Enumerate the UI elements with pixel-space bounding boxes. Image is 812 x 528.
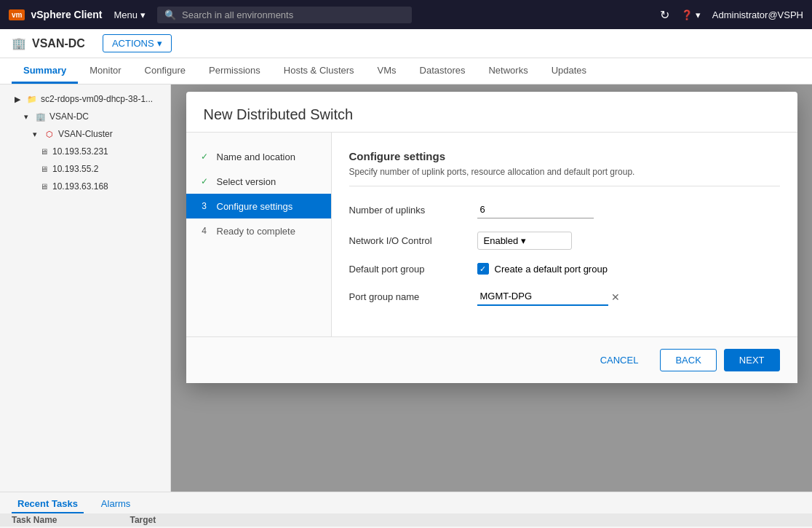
uplinks-input[interactable] (477, 201, 594, 218)
bottom-tab-alarms[interactable]: Alarms (95, 495, 136, 513)
vm-logo: vm (9, 9, 25, 20)
modal-overlay: New Distributed Switch ✓ Name and locati… (171, 84, 812, 492)
wizard-step-1-label: Name and location (217, 151, 295, 162)
main-layout: ▶ 📁 sc2-rdops-vm09-dhcp-38-1... ▾ 🏢 VSAN… (0, 84, 812, 492)
step-number-4: 4 (198, 224, 211, 237)
actions-button[interactable]: ACTIONS ▾ (103, 34, 172, 52)
default-port-label: Default port group (349, 264, 466, 275)
wizard-step-3-label: Configure settings (217, 201, 293, 212)
tab-datastores[interactable]: Datastores (408, 59, 477, 84)
back-button[interactable]: BACK (660, 349, 716, 371)
chevron-down-icon: ▾ (140, 9, 146, 20)
bottom-tabs: Recent Tasks Alarms (0, 492, 812, 513)
host-icon: 🖥 (38, 146, 49, 157)
wizard-step-2-label: Select version (217, 176, 276, 187)
create-default-port-group-row: ✓ Create a default port group (477, 263, 780, 275)
port-group-name-row: Port group name ✕ (349, 288, 780, 306)
datacenter-header: 🏢 VSAN-DC ACTIONS ▾ (0, 29, 812, 58)
network-io-row: Network I/O Control Enabled ▾ (349, 232, 780, 250)
wizard-step-1[interactable]: ✓ Name and location (186, 144, 331, 169)
search-bar[interactable]: 🔍 Search in all environments (157, 7, 412, 23)
host-icon: 🖥 (38, 181, 49, 192)
step-number-3: 3 (198, 200, 211, 213)
wizard-sidebar: ✓ Name and location ✓ Select version 3 C… (186, 133, 332, 336)
host-folder-icon: 📁 (26, 93, 38, 105)
expand-icon: ▾ (20, 111, 32, 122)
tab-hosts-clusters[interactable]: Hosts & Clusters (272, 59, 366, 84)
refresh-icon[interactable]: ↻ (660, 8, 669, 22)
network-io-value: Enabled ▾ (477, 232, 780, 250)
tab-networks[interactable]: Networks (477, 59, 539, 84)
help-button[interactable]: ❓ ▾ (681, 9, 701, 20)
sidebar-item-label: 10.193.53.231 (52, 146, 108, 157)
user-menu[interactable]: Administrator@VSPH (712, 9, 803, 20)
search-icon: 🔍 (164, 9, 176, 20)
menu-button[interactable]: Menu ▾ (114, 9, 146, 20)
uplinks-row: Number of uplinks (349, 201, 780, 218)
chevron-down-icon: ▾ (157, 38, 162, 49)
sidebar-item-label: 10.193.55.2 (52, 164, 98, 174)
create-default-port-checkbox[interactable]: ✓ (477, 263, 489, 275)
sidebar-item-label: sc2-rdops-vm09-dhcp-38-1... (41, 94, 153, 104)
sidebar-item-host3[interactable]: 🖥 10.193.63.168 (0, 178, 170, 195)
tab-configure[interactable]: Configure (133, 59, 197, 84)
sidebar-item-host1[interactable]: 🖥 10.193.53.231 (0, 143, 170, 160)
modal-main: Configure settings Specify number of upl… (332, 133, 797, 336)
create-default-port-label: Create a default port group (495, 264, 608, 275)
sidebar-item-root[interactable]: ▶ 📁 sc2-rdops-vm09-dhcp-38-1... (0, 90, 170, 108)
cancel-button[interactable]: CANCEL (586, 349, 653, 371)
modal-body: ✓ Name and location ✓ Select version 3 C… (186, 133, 797, 336)
uplinks-label: Number of uplinks (349, 205, 466, 216)
sidebar-item-host2[interactable]: 🖥 10.193.55.2 (0, 160, 170, 178)
tab-permissions[interactable]: Permissions (197, 59, 272, 84)
uplinks-value (477, 201, 780, 218)
port-group-input-container: ✕ (477, 288, 780, 306)
chevron-down-icon: ▾ (521, 235, 526, 246)
default-port-value: ✓ Create a default port group (477, 263, 780, 275)
wizard-step-4-label: Ready to complete (217, 226, 295, 237)
collapse-icon: ▶ (12, 93, 23, 105)
wizard-step-2[interactable]: ✓ Select version (186, 169, 331, 194)
port-group-name-input[interactable] (477, 288, 608, 306)
bottom-table-header: Task Name Target (0, 513, 812, 527)
task-name-header: Task Name (12, 515, 57, 525)
host-icon: 🖥 (38, 163, 49, 175)
network-io-dropdown[interactable]: Enabled ▾ (477, 232, 572, 250)
sidebar-item-label: 10.193.63.168 (52, 181, 108, 192)
tab-vms[interactable]: VMs (366, 59, 408, 84)
datacenter-icon: 🏢 (12, 36, 26, 50)
bottom-panel: Recent Tasks Alarms Task Name Target Que… (0, 492, 812, 528)
cluster-icon: ⬡ (44, 128, 55, 140)
target-header: Target (130, 515, 156, 525)
sidebar-item-vsan-cluster[interactable]: ▾ ⬡ VSAN-Cluster (0, 125, 170, 143)
tab-summary[interactable]: Summary (12, 59, 78, 84)
section-title: Configure settings (349, 150, 780, 162)
network-io-label: Network I/O Control (349, 235, 466, 246)
modal-title: New Distributed Switch (204, 106, 780, 123)
datacenter-tree-icon: 🏢 (35, 111, 47, 122)
app-name: vSphere Client (31, 9, 102, 20)
default-port-row: Default port group ✓ Create a default po… (349, 263, 780, 275)
wizard-step-3[interactable]: 3 Configure settings (186, 194, 331, 218)
port-group-name-value: ✕ (477, 288, 780, 306)
bottom-tab-recent-tasks[interactable]: Recent Tasks (12, 495, 84, 513)
tab-monitor[interactable]: Monitor (78, 59, 132, 84)
app-logo: vm vSphere Client (9, 9, 102, 20)
clear-port-group-button[interactable]: ✕ (611, 291, 620, 303)
network-io-selected: Enabled (484, 235, 519, 246)
check-icon-step1: ✓ (198, 150, 211, 163)
tab-updates[interactable]: Updates (540, 59, 598, 84)
content-area: New Distributed Switch ✓ Name and locati… (171, 84, 812, 492)
port-group-name-label: Port group name (349, 291, 466, 302)
next-button[interactable]: NEXT (724, 349, 780, 371)
tab-bar: Summary Monitor Configure Permissions Ho… (0, 58, 812, 84)
section-description: Specify number of uplink ports, resource… (349, 167, 780, 186)
modal-dialog: New Distributed Switch ✓ Name and locati… (186, 92, 797, 383)
check-icon-step2: ✓ (198, 175, 211, 188)
sidebar-item-vsan-dc[interactable]: ▾ 🏢 VSAN-DC (0, 108, 170, 125)
modal-footer: CANCEL BACK NEXT (186, 336, 797, 383)
sidebar-item-label: VSAN-DC (49, 111, 89, 122)
wizard-step-4[interactable]: 4 Ready to complete (186, 218, 331, 243)
topbar-right: ↻ ❓ ▾ Administrator@VSPH (660, 8, 803, 22)
modal-header: New Distributed Switch (186, 92, 797, 133)
